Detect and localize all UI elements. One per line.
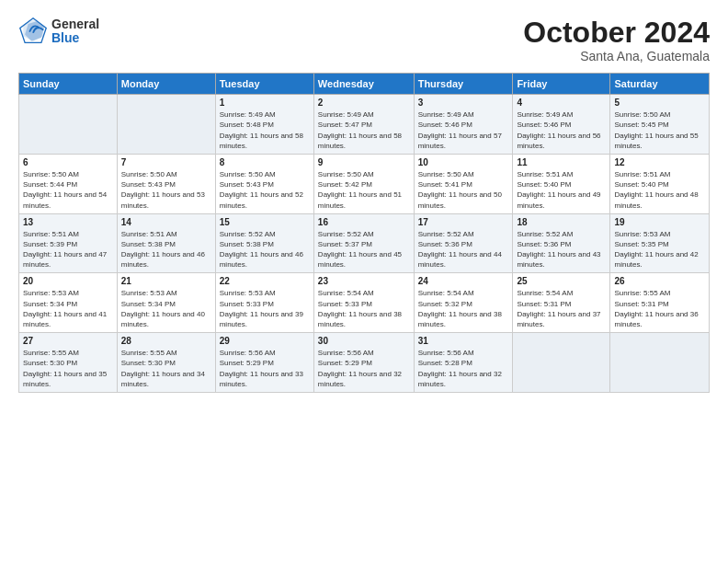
day-number: 23 [318,276,410,286]
calendar-cell: 9Sunrise: 5:50 AM Sunset: 5:42 PM Daylig… [313,154,414,213]
day-number: 22 [220,276,310,286]
calendar-cell: 1Sunrise: 5:49 AM Sunset: 5:48 PM Daylig… [215,95,313,155]
day-number: 24 [418,276,509,286]
day-number: 28 [121,336,211,346]
calendar-cell: 23Sunrise: 5:54 AM Sunset: 5:33 PM Dayli… [313,273,414,333]
day-info: Sunrise: 5:51 AM Sunset: 5:38 PM Dayligh… [121,229,211,270]
day-info: Sunrise: 5:56 AM Sunset: 5:29 PM Dayligh… [220,348,310,389]
calendar-cell [610,333,710,393]
calendar-cell: 26Sunrise: 5:55 AM Sunset: 5:31 PM Dayli… [610,273,710,333]
month-title: October 2024 [523,17,710,49]
calendar-cell [117,95,215,155]
day-number: 2 [318,98,410,108]
day-number: 26 [614,276,705,286]
calendar-cell: 27Sunrise: 5:55 AM Sunset: 5:30 PM Dayli… [19,333,118,393]
header: General Blue October 2024 Santa Ana, Gua… [18,17,710,63]
day-info: Sunrise: 5:52 AM Sunset: 5:36 PM Dayligh… [517,229,606,270]
day-number: 4 [517,98,606,108]
day-number: 25 [517,276,606,286]
day-info: Sunrise: 5:54 AM Sunset: 5:31 PM Dayligh… [517,288,606,329]
location: Santa Ana, Guatemala [523,49,710,63]
calendar-cell: 5Sunrise: 5:50 AM Sunset: 5:45 PM Daylig… [610,95,710,155]
calendar-cell: 21Sunrise: 5:53 AM Sunset: 5:34 PM Dayli… [117,273,215,333]
calendar-cell: 18Sunrise: 5:52 AM Sunset: 5:36 PM Dayli… [513,213,610,273]
calendar-cell: 11Sunrise: 5:51 AM Sunset: 5:40 PM Dayli… [513,154,610,213]
day-number: 12 [614,157,705,167]
day-number: 20 [23,276,113,286]
day-info: Sunrise: 5:52 AM Sunset: 5:37 PM Dayligh… [318,229,410,270]
day-info: Sunrise: 5:50 AM Sunset: 5:44 PM Dayligh… [23,169,113,211]
day-info: Sunrise: 5:55 AM Sunset: 5:30 PM Dayligh… [121,348,211,389]
day-info: Sunrise: 5:54 AM Sunset: 5:33 PM Dayligh… [318,288,410,329]
col-wednesday: Wednesday [313,74,414,95]
day-info: Sunrise: 5:50 AM Sunset: 5:41 PM Dayligh… [418,169,509,211]
day-info: Sunrise: 5:49 AM Sunset: 5:47 PM Dayligh… [318,109,410,151]
day-number: 13 [23,217,113,227]
calendar-cell: 30Sunrise: 5:56 AM Sunset: 5:29 PM Dayli… [313,333,414,393]
day-number: 18 [517,217,606,227]
col-friday: Friday [513,74,610,95]
day-info: Sunrise: 5:49 AM Sunset: 5:48 PM Dayligh… [220,109,310,151]
day-info: Sunrise: 5:50 AM Sunset: 5:43 PM Dayligh… [220,169,310,211]
day-info: Sunrise: 5:51 AM Sunset: 5:40 PM Dayligh… [517,169,606,211]
col-sunday: Sunday [19,74,118,95]
day-number: 29 [220,336,310,346]
day-number: 10 [418,157,509,167]
day-number: 31 [418,336,509,346]
calendar-cell: 7Sunrise: 5:50 AM Sunset: 5:43 PM Daylig… [117,154,215,213]
day-number: 11 [517,157,606,167]
day-info: Sunrise: 5:53 AM Sunset: 5:35 PM Dayligh… [614,229,705,270]
logo-icon [18,17,48,46]
day-info: Sunrise: 5:49 AM Sunset: 5:46 PM Dayligh… [418,109,509,151]
day-number: 7 [121,157,211,167]
day-number: 30 [318,336,410,346]
page: General Blue October 2024 Santa Ana, Gua… [0,0,728,563]
day-number: 3 [418,98,509,108]
col-monday: Monday [117,74,215,95]
logo-blue-text: Blue [51,31,99,45]
day-number: 14 [121,217,211,227]
calendar-cell: 6Sunrise: 5:50 AM Sunset: 5:44 PM Daylig… [19,154,118,213]
day-number: 5 [614,98,705,108]
logo-text: General Blue [51,17,99,46]
calendar-cell: 16Sunrise: 5:52 AM Sunset: 5:37 PM Dayli… [313,213,414,273]
day-number: 16 [318,217,410,227]
day-info: Sunrise: 5:52 AM Sunset: 5:38 PM Dayligh… [220,229,310,270]
calendar-table: Sunday Monday Tuesday Wednesday Thursday… [18,73,710,393]
calendar-cell: 29Sunrise: 5:56 AM Sunset: 5:29 PM Dayli… [215,333,313,393]
calendar-cell: 31Sunrise: 5:56 AM Sunset: 5:28 PM Dayli… [414,333,513,393]
day-info: Sunrise: 5:52 AM Sunset: 5:36 PM Dayligh… [418,229,509,270]
calendar-cell: 12Sunrise: 5:51 AM Sunset: 5:40 PM Dayli… [610,154,710,213]
day-info: Sunrise: 5:50 AM Sunset: 5:43 PM Dayligh… [121,169,211,211]
calendar-cell: 3Sunrise: 5:49 AM Sunset: 5:46 PM Daylig… [414,95,513,155]
day-info: Sunrise: 5:51 AM Sunset: 5:40 PM Dayligh… [614,169,705,211]
calendar-cell: 28Sunrise: 5:55 AM Sunset: 5:30 PM Dayli… [117,333,215,393]
calendar-week-row: 27Sunrise: 5:55 AM Sunset: 5:30 PM Dayli… [19,333,710,393]
day-info: Sunrise: 5:49 AM Sunset: 5:46 PM Dayligh… [517,109,606,151]
day-number: 1 [220,98,310,108]
calendar-cell: 4Sunrise: 5:49 AM Sunset: 5:46 PM Daylig… [513,95,610,155]
day-number: 9 [318,157,410,167]
day-number: 17 [418,217,509,227]
calendar-cell [19,95,118,155]
calendar-cell: 2Sunrise: 5:49 AM Sunset: 5:47 PM Daylig… [313,95,414,155]
calendar-cell: 15Sunrise: 5:52 AM Sunset: 5:38 PM Dayli… [215,213,313,273]
calendar-week-row: 13Sunrise: 5:51 AM Sunset: 5:39 PM Dayli… [19,213,710,273]
calendar-cell: 20Sunrise: 5:53 AM Sunset: 5:34 PM Dayli… [19,273,118,333]
calendar-cell [513,333,610,393]
calendar-cell: 19Sunrise: 5:53 AM Sunset: 5:35 PM Dayli… [610,213,710,273]
calendar-cell: 24Sunrise: 5:54 AM Sunset: 5:32 PM Dayli… [414,273,513,333]
day-info: Sunrise: 5:53 AM Sunset: 5:34 PM Dayligh… [23,288,113,329]
day-number: 8 [220,157,310,167]
day-info: Sunrise: 5:50 AM Sunset: 5:42 PM Dayligh… [318,169,410,211]
day-info: Sunrise: 5:56 AM Sunset: 5:29 PM Dayligh… [318,348,410,389]
calendar-cell: 14Sunrise: 5:51 AM Sunset: 5:38 PM Dayli… [117,213,215,273]
col-thursday: Thursday [414,74,513,95]
day-number: 15 [220,217,310,227]
day-number: 21 [121,276,211,286]
day-info: Sunrise: 5:55 AM Sunset: 5:31 PM Dayligh… [614,288,705,329]
day-info: Sunrise: 5:54 AM Sunset: 5:32 PM Dayligh… [418,288,509,329]
col-saturday: Saturday [610,74,710,95]
calendar-header-row: Sunday Monday Tuesday Wednesday Thursday… [19,74,710,95]
day-info: Sunrise: 5:56 AM Sunset: 5:28 PM Dayligh… [418,348,509,389]
